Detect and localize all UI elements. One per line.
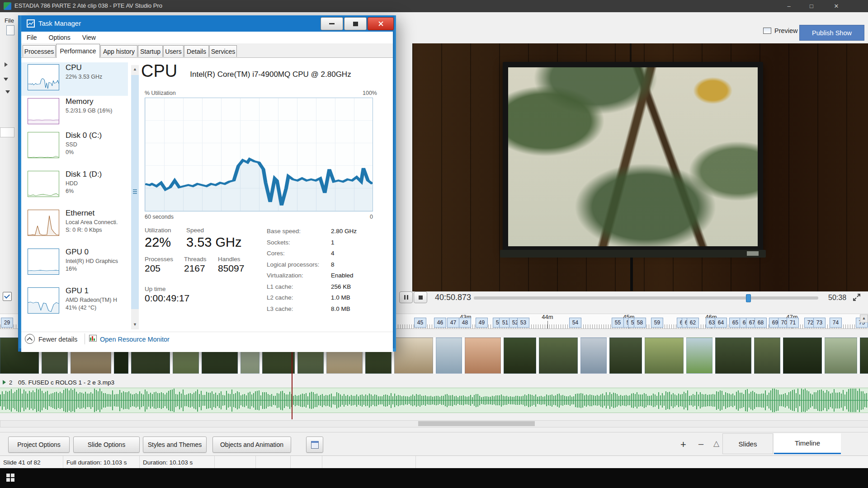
fewer-details-icon[interactable] bbox=[25, 334, 35, 344]
slide-marker-chip[interactable]: 48 bbox=[459, 318, 471, 328]
scrollbar-thumb[interactable] bbox=[418, 421, 535, 426]
new-file-icon[interactable] bbox=[6, 25, 14, 35]
app-minimize-button[interactable]: – bbox=[782, 2, 796, 10]
tm-menu-options[interactable]: Options bbox=[49, 34, 71, 41]
slide-marker-chip[interactable]: 46 bbox=[434, 318, 446, 328]
tab-details[interactable]: Details bbox=[184, 45, 209, 57]
slide-options-button[interactable]: Slide Options bbox=[73, 436, 140, 453]
sidebar-scrollbar[interactable]: ▲ ▼ bbox=[131, 65, 139, 329]
slide-marker-chip[interactable]: 54 bbox=[569, 318, 581, 328]
tm-menu-view[interactable]: View bbox=[82, 34, 96, 41]
waveform-bar bbox=[116, 394, 117, 407]
slide-thumbnail[interactable] bbox=[436, 338, 462, 374]
tree-collapse-icon[interactable] bbox=[4, 78, 8, 81]
preview-button[interactable]: Preview bbox=[763, 27, 798, 34]
tab-app-history[interactable]: App history bbox=[100, 45, 137, 57]
mini-player-button[interactable] bbox=[306, 436, 323, 453]
task-manager-titlebar[interactable]: Task Manager bbox=[21, 15, 393, 32]
slide-thumbnail[interactable] bbox=[715, 338, 751, 374]
slide-thumbnail[interactable] bbox=[394, 338, 433, 374]
pte-file-menu[interactable]: File bbox=[5, 17, 14, 24]
slide-marker-chip[interactable]: 49 bbox=[476, 318, 488, 328]
project-options-button[interactable]: Project Options bbox=[8, 436, 70, 453]
objects-animation-button[interactable]: Objects and Animation bbox=[212, 436, 291, 453]
slide-thumbnail[interactable] bbox=[465, 338, 501, 374]
app-titlebar: ESTADIA 786 PARTE 2 Até clip 038 - PTE A… bbox=[0, 0, 868, 12]
sidebar-item-ethernet[interactable]: EthernetLocal Area Connecti.S: 0 R: 0 Kb… bbox=[21, 208, 128, 241]
zoom-out-button[interactable]: – bbox=[698, 439, 703, 449]
slide-thumbnail[interactable] bbox=[860, 338, 868, 374]
tab-processes[interactable]: Processes bbox=[23, 45, 56, 57]
slide-thumbnail[interactable] bbox=[645, 338, 684, 374]
scroll-up-icon[interactable]: ▲ bbox=[860, 314, 868, 323]
fewer-details-button[interactable]: Fewer details bbox=[38, 336, 77, 343]
styles-themes-button[interactable]: Styles and Themes bbox=[143, 436, 207, 453]
fit-triangle-button[interactable]: △ bbox=[713, 439, 719, 448]
timeline-checkbox[interactable] bbox=[3, 292, 12, 301]
slide-marker-chip[interactable]: 53 bbox=[517, 318, 529, 328]
slide-marker-chip[interactable]: 55 bbox=[612, 318, 624, 328]
slide-thumbnail[interactable] bbox=[580, 338, 607, 374]
slide-marker-chip[interactable]: 59 bbox=[651, 318, 663, 328]
scroll-up-icon[interactable]: ▲ bbox=[131, 65, 139, 74]
tm-minimize-button[interactable] bbox=[321, 17, 343, 30]
waveform-bar bbox=[387, 395, 388, 406]
fullscreen-icon[interactable] bbox=[853, 293, 861, 301]
player-seek-bar[interactable] bbox=[474, 296, 818, 300]
slide-thumbnail[interactable] bbox=[609, 338, 642, 374]
player-seek-thumb[interactable] bbox=[746, 294, 751, 302]
sidebar-item-memory[interactable]: Memory5.2/31.9 GB (16%) bbox=[21, 96, 128, 130]
slide-marker-chip[interactable]: 71 bbox=[787, 318, 799, 328]
pause-button[interactable] bbox=[399, 291, 413, 303]
slide-marker-chip[interactable]: 68 bbox=[755, 318, 767, 328]
slide-marker-chip[interactable]: 45 bbox=[414, 318, 426, 328]
audio-waveform[interactable] bbox=[0, 388, 868, 413]
slide-thumbnail[interactable] bbox=[539, 338, 578, 374]
slide-marker-chip[interactable]: 58 bbox=[634, 318, 646, 328]
publish-show-button[interactable]: Publish Show bbox=[799, 25, 864, 41]
tab-slides[interactable]: Slides bbox=[722, 433, 773, 454]
slide-thumbnail[interactable] bbox=[686, 338, 712, 374]
start-button[interactable] bbox=[6, 474, 14, 482]
scroll-down-icon[interactable]: ▼ bbox=[131, 320, 139, 329]
waveform-bar bbox=[45, 392, 46, 409]
slide-marker-chip[interactable]: 62 bbox=[687, 318, 699, 328]
waveform-bar bbox=[678, 394, 679, 407]
slide-marker-chip[interactable]: 74 bbox=[830, 318, 842, 328]
tab-startup[interactable]: Startup bbox=[138, 45, 163, 57]
waveform-bar bbox=[72, 390, 73, 411]
tree-expander-icon[interactable] bbox=[5, 62, 8, 67]
tm-maximize-button[interactable] bbox=[344, 17, 367, 30]
app-close-button[interactable]: ✕ bbox=[830, 2, 843, 10]
app-maximize-button[interactable]: □ bbox=[805, 2, 818, 10]
slide-marker-chip[interactable]: 64 bbox=[715, 318, 727, 328]
slide-thumbnail[interactable] bbox=[504, 338, 536, 374]
timeline-horizontal-scrollbar[interactable] bbox=[0, 420, 868, 427]
slide-thumbnail[interactable] bbox=[754, 338, 780, 374]
waveform-bar bbox=[345, 396, 346, 405]
waveform-bar bbox=[412, 394, 413, 406]
tab-services[interactable]: Services bbox=[209, 45, 237, 57]
zoom-in-button[interactable]: + bbox=[680, 439, 686, 450]
sidebar-item-gpu0[interactable]: GPU 0Intel(R) HD Graphics16% bbox=[21, 247, 128, 280]
tab-timeline[interactable]: Timeline bbox=[774, 433, 841, 454]
tm-menu-file[interactable]: File bbox=[27, 34, 37, 41]
open-resource-monitor-link[interactable]: Open Resource Monitor bbox=[100, 336, 170, 343]
sidebar-item-gpu1[interactable]: GPU 1AMD Radeon(TM) H41% (42 °C) bbox=[21, 286, 128, 319]
tm-close-button[interactable] bbox=[368, 17, 394, 30]
waveform-bar bbox=[483, 397, 484, 404]
tab-users[interactable]: Users bbox=[163, 45, 184, 57]
sidebar-item-disk0c[interactable]: Disk 0 (C:)SSD0% bbox=[21, 130, 128, 164]
slide-marker-chip[interactable]: 29 bbox=[1, 318, 13, 328]
sidebar-mini-graph bbox=[28, 249, 59, 275]
slide-thumbnail[interactable] bbox=[825, 338, 857, 374]
slide-marker-chip[interactable]: 73 bbox=[813, 318, 826, 328]
slide-marker-chip[interactable]: 47 bbox=[447, 318, 459, 328]
tab-performance[interactable]: Performance bbox=[56, 44, 100, 58]
slide-thumbnail[interactable] bbox=[783, 338, 822, 374]
scrollbar-thumb[interactable] bbox=[131, 75, 139, 309]
sidebar-item-cpu[interactable]: CPU22% 3.53 GHz bbox=[21, 62, 128, 96]
sidebar-item-disk1d[interactable]: Disk 1 (D:)HDD6% bbox=[21, 169, 128, 202]
tree-collapse-icon[interactable] bbox=[5, 90, 10, 94]
stop-button[interactable] bbox=[414, 291, 427, 303]
